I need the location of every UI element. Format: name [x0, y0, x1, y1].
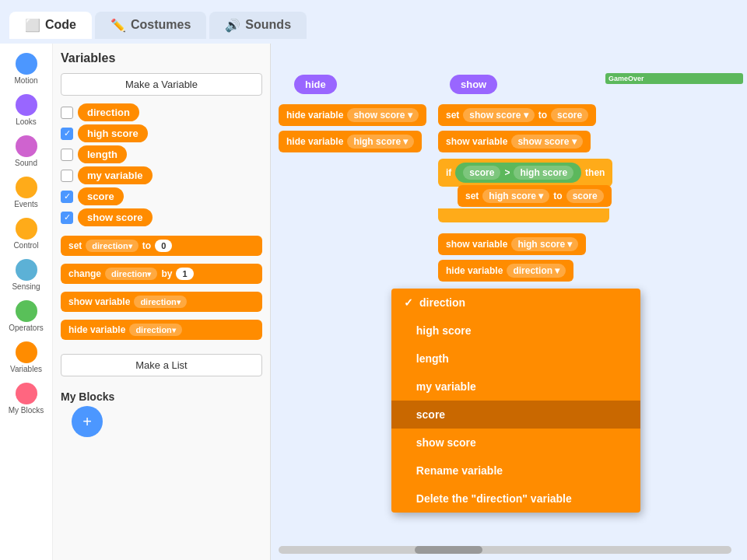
- tab-code[interactable]: ⬜ Code: [9, 12, 92, 39]
- menu-item-score[interactable]: score: [391, 401, 640, 429]
- sensing-label: Sensing: [12, 282, 40, 291]
- my-blocks-title: My Blocks: [61, 390, 262, 403]
- gameover-badge: GameOver: [605, 73, 743, 84]
- set-high-score-block[interactable]: set high score ▾ to score: [458, 185, 612, 207]
- main-content: Motion Looks Sound Events Control Sensin…: [0, 44, 747, 560]
- extension-area: +: [61, 406, 262, 445]
- sound-label: Sound: [15, 159, 37, 167]
- sound-circle: [16, 135, 37, 157]
- var-row-score: score: [61, 187, 262, 205]
- var-row-length: length: [61, 145, 262, 163]
- set-show-score-block[interactable]: set show score ▾ to score: [438, 104, 596, 126]
- make-variable-button[interactable]: Make a Variable: [61, 73, 262, 96]
- tab-bar: ⬜ Code ✏️ Costumes 🔊 Sounds: [0, 0, 747, 44]
- show-var-show-score-block[interactable]: show variable show score ▾: [438, 131, 591, 152]
- menu-item-rename[interactable]: Rename variable: [391, 457, 640, 485]
- menu-item-show-score[interactable]: show score: [391, 429, 640, 457]
- category-sound[interactable]: Sound: [3, 132, 50, 170]
- tab-costumes[interactable]: ✏️ Costumes: [95, 12, 206, 39]
- var-row-my-variable: my variable: [61, 166, 262, 184]
- tab-sounds[interactable]: 🔊 Sounds: [209, 12, 307, 39]
- costumes-icon: ✏️: [110, 18, 126, 33]
- var-check-my-variable[interactable]: [61, 170, 73, 182]
- hide-var-show-score-block[interactable]: hide variable show score ▾: [279, 104, 426, 126]
- category-motion[interactable]: Motion: [3, 50, 50, 88]
- blocks-canvas[interactable]: hide hide variable show score ▾ hide var…: [271, 44, 747, 560]
- category-myblocks[interactable]: My Blocks: [3, 380, 50, 418]
- horizontal-scrollbar[interactable]: [279, 546, 731, 554]
- set-direction-block[interactable]: set direction to 0: [61, 236, 262, 256]
- var-check-direction[interactable]: [61, 107, 73, 119]
- myblocks-circle: [16, 383, 37, 404]
- hide-hat-block[interactable]: hide: [294, 75, 337, 94]
- category-looks[interactable]: Looks: [3, 91, 50, 129]
- category-control[interactable]: Control: [3, 215, 50, 253]
- condition-block: score > high score: [455, 163, 581, 183]
- operators-label: Operators: [9, 324, 43, 332]
- motion-label: Motion: [14, 76, 37, 85]
- myblocks-label: My Blocks: [9, 406, 44, 415]
- add-extension-button[interactable]: +: [72, 406, 103, 437]
- events-label: Events: [14, 200, 38, 208]
- change-direction-block[interactable]: change direction by 1: [61, 264, 262, 284]
- menu-item-delete[interactable]: Delete the "direction" variable: [391, 485, 640, 513]
- var-row-show-score: show score: [61, 208, 262, 226]
- var-pill-my-variable[interactable]: my variable: [78, 166, 153, 184]
- var-pill-length[interactable]: length: [78, 145, 127, 163]
- hide-var-direction-block[interactable]: hide variable direction ▾: [438, 260, 573, 282]
- variable-list: direction high score length my variable …: [61, 103, 262, 226]
- variables-title: Variables: [61, 51, 262, 65]
- var-check-show-score[interactable]: [61, 212, 73, 224]
- make-list-button[interactable]: Make a List: [61, 354, 262, 376]
- var-pill-show-score[interactable]: show score: [78, 208, 153, 226]
- variables-circle: [16, 341, 37, 363]
- looks-circle: [16, 94, 37, 116]
- var-check-length[interactable]: [61, 149, 73, 161]
- control-label: Control: [13, 241, 38, 250]
- category-events[interactable]: Events: [3, 173, 50, 212]
- if-block-bottom: [438, 208, 609, 222]
- operators-circle: [16, 300, 37, 322]
- sensing-circle: [16, 259, 37, 281]
- var-row-high-score: high score: [61, 124, 262, 142]
- show-var-high-score-block[interactable]: show variable high score ▾: [438, 233, 586, 255]
- sounds-icon: 🔊: [225, 18, 240, 33]
- menu-item-direction[interactable]: ✓ direction: [391, 289, 640, 317]
- category-operators[interactable]: Operators: [3, 297, 50, 335]
- scrollbar-thumb: [415, 546, 482, 554]
- var-check-high-score[interactable]: [61, 128, 73, 140]
- events-circle: [16, 177, 37, 198]
- show-variable-block[interactable]: show variable direction: [61, 292, 262, 312]
- categories-sidebar: Motion Looks Sound Events Control Sensin…: [0, 44, 53, 560]
- var-pill-score[interactable]: score: [78, 187, 124, 205]
- control-circle: [16, 218, 37, 240]
- var-pill-high-score[interactable]: high score: [78, 124, 148, 142]
- code-icon: ⬜: [25, 18, 40, 33]
- menu-item-length[interactable]: length: [391, 345, 640, 373]
- motion-circle: [16, 53, 37, 75]
- show-hat-block[interactable]: show: [450, 75, 497, 94]
- panel-blocks: set direction to 0 change direction by 1…: [61, 236, 262, 343]
- var-pill-direction[interactable]: direction: [78, 103, 139, 121]
- var-row-direction: direction: [61, 103, 262, 121]
- category-variables[interactable]: Variables: [3, 338, 50, 376]
- if-condition-block[interactable]: if score > high score then: [438, 159, 612, 187]
- menu-item-high-score[interactable]: high score: [391, 317, 640, 345]
- hide-var-high-score-block[interactable]: hide variable high score ▾: [279, 131, 422, 152]
- variables-panel: Variables Make a Variable direction high…: [53, 44, 271, 560]
- context-menu: ✓ direction high score length my variabl…: [391, 289, 640, 513]
- category-sensing[interactable]: Sensing: [3, 256, 50, 294]
- menu-item-my-variable[interactable]: my variable: [391, 373, 640, 401]
- variables-label: Variables: [10, 365, 42, 373]
- var-check-score[interactable]: [61, 191, 73, 203]
- looks-label: Looks: [16, 117, 37, 126]
- hide-variable-block[interactable]: hide variable direction: [61, 320, 262, 340]
